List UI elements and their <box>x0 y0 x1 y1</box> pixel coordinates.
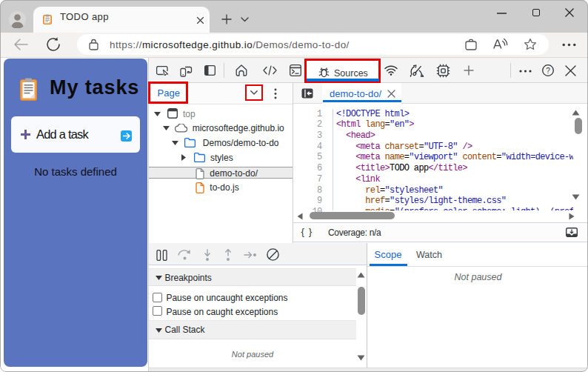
svg-text:?: ? <box>546 67 550 75</box>
